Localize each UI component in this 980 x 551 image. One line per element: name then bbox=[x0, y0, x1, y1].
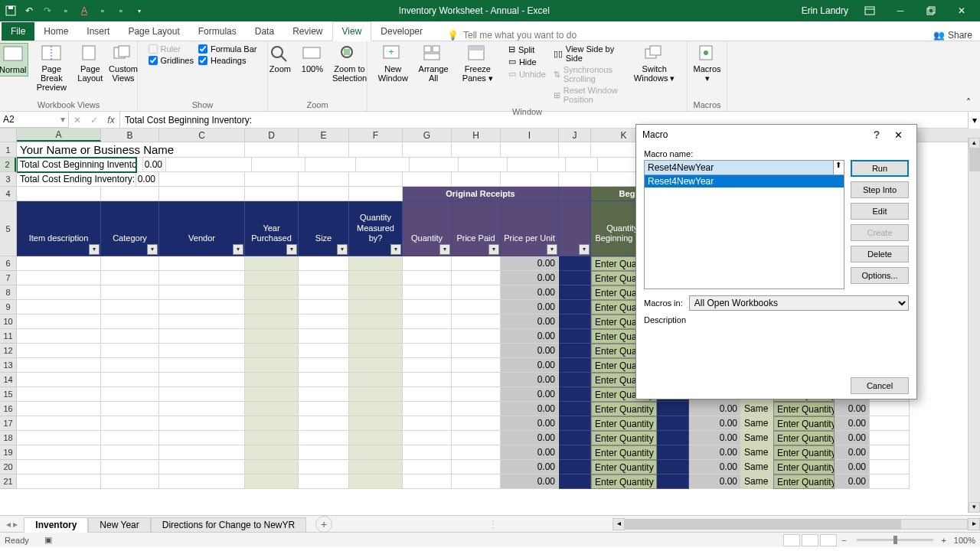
row-header[interactable]: 6 bbox=[0, 256, 16, 271]
row-header[interactable]: 11 bbox=[0, 329, 16, 344]
row-header[interactable]: 14 bbox=[0, 373, 16, 387]
reset-position-button[interactable]: ⊞ Reset Window Position bbox=[554, 86, 624, 104]
name-box[interactable]: A2▾ bbox=[0, 112, 69, 128]
tab-insert[interactable]: Insert bbox=[77, 22, 119, 41]
row-header[interactable]: 12 bbox=[0, 344, 16, 358]
hide-button[interactable]: ▭ Hide bbox=[508, 57, 546, 67]
row-header[interactable]: 4 bbox=[0, 187, 16, 201]
tell-me[interactable]: 💡 Tell me what you want to do bbox=[447, 30, 577, 41]
delete-button[interactable]: Delete bbox=[851, 246, 909, 262]
enter-formula-icon[interactable]: ✓ bbox=[86, 115, 103, 126]
expand-formula-bar-icon[interactable]: ▾ bbox=[968, 112, 980, 129]
ref-icon[interactable]: ⬆ bbox=[833, 160, 844, 175]
filter-icon[interactable]: ▾ bbox=[337, 244, 348, 255]
share-button[interactable]: 👥 Share bbox=[933, 30, 972, 41]
headings-checkbox[interactable]: Headings bbox=[198, 56, 257, 65]
freeze-panes-button[interactable]: Freeze Panes ▾ bbox=[453, 43, 502, 84]
sheet-tab-directions[interactable]: Directions for Change to NewYR bbox=[151, 517, 306, 532]
sync-scroll-button[interactable]: ⇅ Synchronous Scrolling bbox=[554, 65, 624, 83]
minimize-icon[interactable]: ─ bbox=[885, 0, 916, 21]
column-header[interactable]: I bbox=[501, 129, 559, 142]
save-icon[interactable] bbox=[3, 3, 18, 18]
filter-icon[interactable]: ▾ bbox=[579, 244, 590, 255]
zoom-selection-button[interactable]: Zoom to Selection bbox=[329, 43, 370, 84]
row-header[interactable]: 8 bbox=[0, 285, 16, 300]
scroll-down-icon[interactable]: ▾ bbox=[969, 502, 980, 513]
unhide-button[interactable]: ▭ Unhide bbox=[508, 69, 546, 79]
column-header[interactable]: J bbox=[559, 129, 591, 142]
macro-name-input[interactable] bbox=[644, 160, 834, 175]
tab-formulas[interactable]: Formulas bbox=[189, 22, 246, 41]
zoom-100-button[interactable]: 100% bbox=[297, 43, 328, 75]
filter-icon[interactable]: ▾ bbox=[286, 244, 297, 255]
zoom-in-icon[interactable]: + bbox=[941, 536, 946, 545]
row-header[interactable]: 10 bbox=[0, 315, 16, 329]
column-header[interactable]: D bbox=[245, 129, 299, 142]
zoom-slider[interactable] bbox=[857, 539, 933, 541]
filter-icon[interactable]: ▾ bbox=[488, 244, 499, 255]
ruler-checkbox[interactable]: Ruler bbox=[149, 44, 194, 54]
fx-icon[interactable]: fx bbox=[103, 115, 119, 126]
chevron-down-icon[interactable]: ▾ bbox=[60, 114, 65, 125]
row-header[interactable]: 5 bbox=[0, 201, 16, 256]
row-header[interactable]: 15 bbox=[0, 387, 16, 402]
run-button[interactable]: Run bbox=[851, 160, 909, 177]
dialog-title-bar[interactable]: Macro ? ✕ bbox=[636, 125, 916, 145]
macros-in-select[interactable]: All Open Workbooks bbox=[689, 295, 909, 311]
horizontal-scrollbar[interactable]: ◂ ▸ bbox=[612, 518, 980, 530]
row-header[interactable]: 2 bbox=[0, 158, 16, 172]
close-icon[interactable]: ✕ bbox=[946, 0, 977, 21]
qat-icon[interactable]: ▫ bbox=[95, 3, 110, 18]
cancel-formula-icon[interactable]: ✕ bbox=[69, 115, 86, 126]
tab-review[interactable]: Review bbox=[283, 22, 332, 41]
options-button[interactable]: Options... bbox=[851, 267, 909, 284]
page-break-view-icon[interactable] bbox=[820, 534, 837, 546]
filter-icon[interactable]: ▾ bbox=[147, 244, 158, 255]
row-header[interactable]: 16 bbox=[0, 402, 16, 416]
gridlines-checkbox[interactable]: Gridlines bbox=[149, 56, 194, 65]
qat-icon[interactable]: A bbox=[77, 3, 92, 18]
formula-bar-checkbox[interactable]: Formula Bar bbox=[198, 44, 257, 54]
page-break-button[interactable]: Page Break Preview bbox=[30, 43, 74, 93]
column-header[interactable]: H bbox=[452, 129, 501, 142]
scroll-right-icon[interactable]: ▸ bbox=[968, 518, 980, 530]
column-header[interactable]: G bbox=[403, 129, 452, 142]
sheet-tab-inventory[interactable]: Inventory bbox=[24, 517, 88, 533]
close-icon[interactable]: ✕ bbox=[886, 129, 910, 141]
step-into-button[interactable]: Step Into bbox=[851, 181, 909, 198]
zoom-out-icon[interactable]: − bbox=[841, 536, 846, 545]
sheet-nav[interactable]: ◂ ▸ bbox=[0, 519, 24, 530]
add-sheet-button[interactable]: + bbox=[315, 516, 332, 533]
collapse-ribbon-icon[interactable]: ˄ bbox=[966, 97, 977, 108]
row-header[interactable]: 21 bbox=[0, 474, 16, 489]
column-header[interactable]: C bbox=[159, 129, 245, 142]
row-header[interactable]: 19 bbox=[0, 445, 16, 460]
split-button[interactable]: ⊟ Split bbox=[508, 44, 546, 54]
edit-button[interactable]: Edit bbox=[851, 203, 909, 220]
column-header[interactable]: A bbox=[17, 129, 101, 142]
row-header[interactable]: 13 bbox=[0, 358, 16, 373]
tab-data[interactable]: Data bbox=[246, 22, 283, 41]
zoom-button[interactable]: Zoom bbox=[265, 43, 296, 75]
row-header[interactable]: 18 bbox=[0, 431, 16, 445]
row-header[interactable]: 3 bbox=[0, 172, 16, 187]
macro-list-item[interactable]: Reset4NewYear bbox=[645, 175, 844, 187]
select-all-corner[interactable] bbox=[0, 129, 17, 142]
scroll-thumb[interactable] bbox=[626, 520, 901, 529]
help-icon[interactable]: ? bbox=[867, 129, 886, 141]
column-header[interactable]: B bbox=[101, 129, 159, 142]
column-header[interactable]: F bbox=[349, 129, 403, 142]
normal-view-icon[interactable] bbox=[783, 534, 800, 546]
column-header[interactable]: E bbox=[299, 129, 349, 142]
tab-file[interactable]: File bbox=[2, 22, 34, 41]
custom-views-button[interactable]: Custom Views bbox=[107, 43, 139, 84]
macros-button[interactable]: Macros ▾ bbox=[690, 43, 724, 84]
maximize-icon[interactable] bbox=[916, 0, 946, 21]
row-header[interactable]: 7 bbox=[0, 271, 16, 285]
vertical-scrollbar[interactable]: ▴ ▾ bbox=[968, 138, 980, 513]
qat-icon[interactable]: ▫ bbox=[58, 3, 74, 18]
tab-view[interactable]: View bbox=[332, 21, 372, 41]
switch-windows-button[interactable]: Switch Windows ▾ bbox=[626, 43, 682, 84]
row-header[interactable]: 17 bbox=[0, 416, 16, 431]
scroll-up-icon[interactable]: ▴ bbox=[969, 138, 980, 148]
